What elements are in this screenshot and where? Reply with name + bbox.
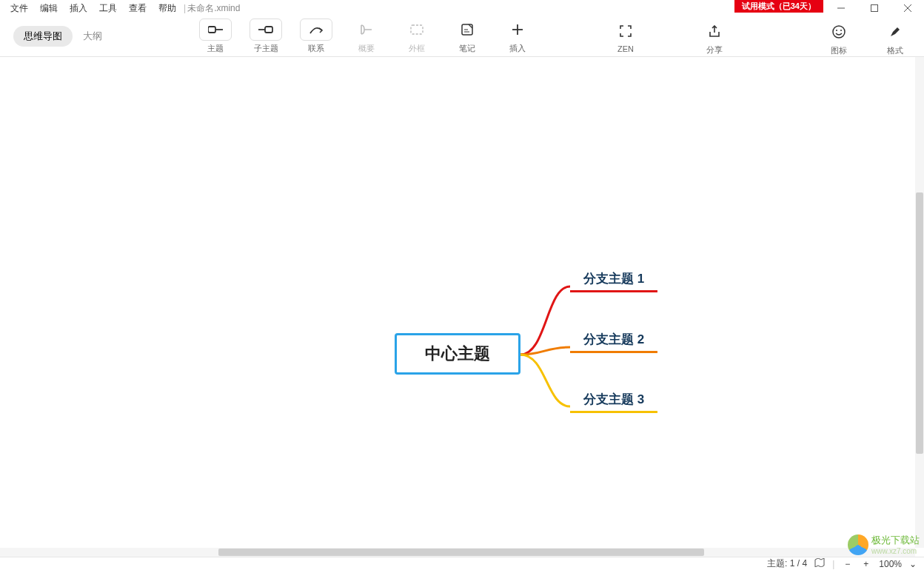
mindmap-canvas[interactable]: 中心主题 分支主题 1 分支主题 2 分支主题 3	[0, 57, 915, 557]
format-label: 格式	[887, 45, 903, 56]
insert-label: 插入	[509, 43, 526, 54]
trial-badge[interactable]: 试用模式（已34天）	[734, 0, 823, 13]
share-label: 分享	[706, 44, 723, 56]
smiley-icon	[823, 21, 855, 43]
fullscreen-icon	[609, 20, 642, 42]
filename-label: 未命名.xmind	[187, 2, 240, 15]
subtopic-button[interactable]: 子主题	[249, 19, 283, 54]
horizontal-scrollbar[interactable]	[0, 548, 915, 557]
window-controls	[824, 0, 924, 16]
topic-icon	[199, 19, 232, 41]
plus-icon	[501, 19, 534, 41]
zen-label: ZEN	[617, 44, 634, 53]
brush-icon	[879, 21, 911, 43]
watermark-url: www.xz7.com	[871, 547, 920, 555]
summary-icon	[350, 19, 383, 41]
horizontal-scroll-thumb[interactable]	[218, 549, 704, 556]
svg-rect-8	[411, 25, 423, 34]
insert-button[interactable]: 插入	[500, 19, 535, 54]
toolbar: 思维导图 大纲 主题 子主题 联系 概要 外框 笔记 插入	[0, 16, 924, 57]
branch-topic-3[interactable]: 分支主题 3	[570, 391, 657, 413]
menu-divider: |	[184, 3, 186, 13]
notes-button[interactable]: 笔记	[450, 19, 484, 54]
topic-count-label: 主题: 1 / 4	[767, 557, 807, 570]
branch-topic-2[interactable]: 分支主题 2	[570, 331, 657, 353]
zoom-level-label[interactable]: 100%	[879, 559, 902, 569]
tab-mindmap[interactable]: 思维导图	[13, 26, 73, 47]
vertical-scroll-thumb[interactable]	[916, 192, 923, 454]
toolbar-main-group: 主题 子主题 联系 概要 外框 笔记 插入	[198, 19, 535, 54]
topic-label: 主题	[207, 43, 224, 54]
relation-label: 联系	[308, 43, 324, 54]
summary-label: 概要	[358, 43, 375, 54]
menu-help[interactable]: 帮助	[153, 1, 182, 16]
maximize-button[interactable]	[857, 0, 891, 16]
map-overview-icon[interactable]	[814, 558, 825, 569]
watermark-name: 极光下载站	[871, 534, 920, 546]
central-topic[interactable]: 中心主题	[395, 333, 520, 375]
subtopic-icon	[250, 19, 282, 41]
boundary-icon	[401, 19, 433, 41]
svg-rect-1	[871, 5, 877, 12]
relation-button[interactable]: 联系	[299, 19, 333, 54]
zen-button[interactable]: ZEN	[609, 20, 643, 56]
toolbar-center-group: ZEN 分享	[609, 20, 732, 56]
menu-edit[interactable]: 编辑	[34, 1, 64, 16]
notes-label: 笔记	[459, 43, 475, 54]
vertical-scrollbar[interactable]	[915, 57, 924, 548]
zoom-out-button[interactable]: −	[842, 559, 853, 569]
zoom-in-button[interactable]: +	[860, 559, 871, 569]
menubar: 文件 编辑 插入 工具 查看 帮助 | 未命名.xmind 试用模式（已34天）	[0, 0, 924, 16]
menu-file[interactable]: 文件	[4, 1, 34, 16]
topic-button[interactable]: 主题	[198, 19, 232, 54]
menu-insert[interactable]: 插入	[64, 1, 93, 16]
icons-label: 图标	[831, 45, 847, 56]
watermark-icon	[848, 534, 868, 555]
svg-point-15	[836, 30, 837, 31]
subtopic-label: 子主题	[254, 43, 278, 54]
notes-icon	[451, 19, 483, 41]
minimize-button[interactable]	[824, 0, 857, 16]
view-switch: 思维导图 大纲	[13, 26, 102, 47]
svg-point-16	[840, 30, 842, 31]
svg-rect-4	[208, 27, 215, 33]
menu-tools[interactable]: 工具	[93, 1, 123, 16]
icons-button[interactable]: 图标	[822, 21, 856, 56]
close-button[interactable]	[891, 0, 924, 16]
svg-point-14	[833, 26, 845, 38]
boundary-label: 外框	[409, 43, 425, 54]
statusbar: 主题: 1 / 4 | − + 100% ⌄	[0, 557, 924, 570]
share-icon	[698, 20, 731, 42]
toolbar-right-group: 图标 格式	[822, 21, 912, 56]
boundary-button[interactable]: 外框	[400, 19, 434, 54]
menu-view[interactable]: 查看	[123, 1, 153, 16]
share-button[interactable]: 分享	[697, 20, 732, 56]
zoom-dropdown-icon[interactable]: ⌄	[909, 559, 917, 569]
tab-outline[interactable]: 大纲	[83, 30, 102, 43]
branch-topic-1[interactable]: 分支主题 1	[570, 270, 657, 292]
status-sep: |	[832, 559, 834, 569]
relation-icon	[300, 19, 332, 41]
format-button[interactable]: 格式	[878, 21, 912, 56]
watermark: 极光下载站 www.xz7.com	[848, 534, 920, 555]
summary-button[interactable]: 概要	[349, 19, 384, 54]
svg-rect-7	[265, 27, 272, 33]
